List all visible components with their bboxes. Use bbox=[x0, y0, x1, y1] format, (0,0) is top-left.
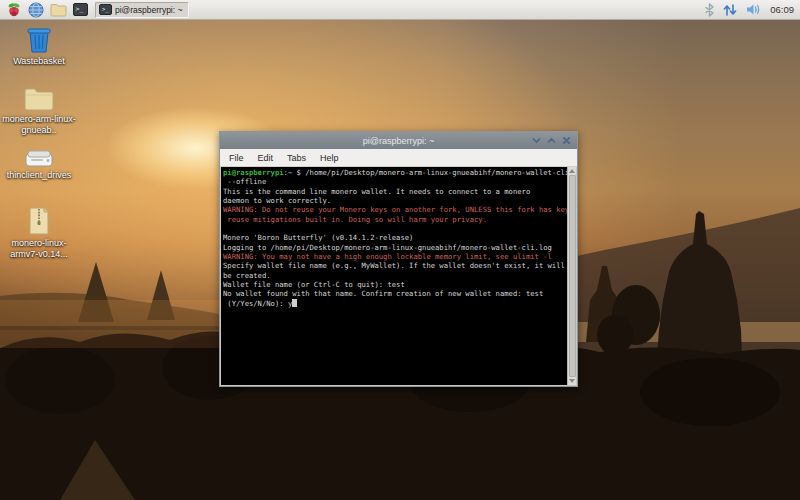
window-title: pi@raspberrypi: ~ bbox=[220, 136, 577, 146]
menu-help[interactable]: Help bbox=[313, 153, 346, 163]
terminal-line: reuse mitigations built in. Doing so wil… bbox=[223, 215, 566, 224]
bluetooth-icon[interactable] bbox=[705, 3, 714, 17]
desktop-icon-thinclient-drives[interactable]: thinclient_drives bbox=[0, 148, 78, 181]
minimize-button[interactable] bbox=[531, 136, 541, 146]
drive-icon bbox=[24, 148, 54, 168]
chevron-down-icon bbox=[532, 136, 541, 145]
menu-file[interactable]: File bbox=[222, 153, 251, 163]
raspberry-pi-icon bbox=[6, 2, 22, 18]
network-traffic-icon[interactable] bbox=[723, 3, 737, 17]
menu-tabs[interactable]: Tabs bbox=[280, 153, 313, 163]
web-browser-button[interactable] bbox=[25, 1, 47, 19]
window-controls bbox=[531, 136, 577, 146]
globe-icon bbox=[28, 2, 44, 18]
terminal-line bbox=[223, 224, 566, 233]
scrollbar-thumb[interactable] bbox=[569, 175, 576, 377]
terminal-line: Monero 'Boron Butterfly' (v0.14.1.2-rele… bbox=[223, 233, 566, 242]
taskbar-window-label: pi@raspberrypi: ~ bbox=[115, 5, 182, 15]
terminal-line: WARNING: You may not have a high enough … bbox=[223, 252, 566, 261]
terminal-line: daemon to work correctly. bbox=[223, 196, 566, 205]
terminal-output[interactable]: pi@raspberrypi:~ $ /home/pi/Desktop/mone… bbox=[221, 167, 567, 385]
terminal-line: WARNING: Do not reuse your Monero keys o… bbox=[223, 205, 566, 214]
terminal-line: (Y/Yes/N/No): y bbox=[223, 299, 566, 308]
system-tray: 06:09 bbox=[705, 3, 794, 17]
terminal-line: --offline bbox=[223, 177, 566, 186]
terminal-menubar: File Edit Tabs Help bbox=[220, 149, 577, 167]
desktop-icon-label: monero-arm-linux-gnueab.. bbox=[1, 114, 77, 135]
desktop-icon-wastebasket[interactable]: Wastebasket bbox=[0, 26, 78, 67]
terminal-line: Specify wallet file name (e.g., MyWallet… bbox=[223, 261, 566, 270]
volume-icon[interactable] bbox=[746, 3, 761, 16]
terminal-icon: >_ bbox=[99, 4, 112, 15]
chevron-up-icon bbox=[547, 136, 556, 145]
terminal-line: pi@raspberrypi:~ $ /home/pi/Desktop/mone… bbox=[223, 168, 566, 177]
terminal-line: be created. bbox=[223, 271, 566, 280]
maximize-button[interactable] bbox=[546, 136, 556, 146]
terminal-line: Wallet file name (or Ctrl-C to quit): te… bbox=[223, 280, 566, 289]
terminal-icon: >_ bbox=[73, 3, 88, 16]
desktop-icon-label: thinclient_drives bbox=[1, 170, 77, 181]
file-manager-button[interactable] bbox=[47, 1, 69, 19]
folder-icon bbox=[50, 3, 67, 17]
terminal-line: Logging to /home/pi/Desktop/monero-arm-l… bbox=[223, 243, 566, 252]
desktop-icon-monero-folder[interactable]: monero-arm-linux-gnueab.. bbox=[0, 86, 78, 135]
scroll-up-arrow-icon[interactable] bbox=[569, 169, 575, 173]
terminal-body: pi@raspberrypi:~ $ /home/pi/Desktop/mone… bbox=[220, 167, 577, 386]
terminal-window: pi@raspberrypi: ~ File Edit Tabs Help bbox=[219, 131, 578, 387]
terminal-launcher-button[interactable]: >_ bbox=[69, 1, 91, 19]
menu-button[interactable] bbox=[3, 1, 25, 19]
scroll-down-arrow-icon[interactable] bbox=[569, 379, 575, 383]
taskbar: >_ >_ pi@raspberrypi: ~ 06:09 bbox=[0, 0, 800, 20]
folder-icon bbox=[23, 86, 55, 112]
close-button[interactable] bbox=[561, 136, 571, 146]
close-icon bbox=[562, 136, 571, 145]
archive-icon bbox=[27, 206, 51, 236]
desktop-icon-label: Wastebasket bbox=[1, 56, 77, 67]
terminal-line: No wallet found with that name. Confirm … bbox=[223, 289, 566, 298]
wastebasket-icon bbox=[25, 26, 53, 54]
terminal-titlebar[interactable]: pi@raspberrypi: ~ bbox=[220, 132, 577, 149]
desktop-icon-label: monero-linux-armv7-v0.14... bbox=[1, 238, 77, 259]
terminal-cursor bbox=[292, 299, 296, 308]
taskbar-window-button[interactable]: >_ pi@raspberrypi: ~ bbox=[95, 2, 189, 18]
terminal-scrollbar[interactable] bbox=[567, 167, 576, 385]
desktop-icon-monero-archive[interactable]: monero-linux-armv7-v0.14... bbox=[0, 206, 78, 259]
menu-edit[interactable]: Edit bbox=[251, 153, 281, 163]
taskbar-clock[interactable]: 06:09 bbox=[770, 4, 794, 15]
terminal-line: This is the command line monero wallet. … bbox=[223, 187, 566, 196]
